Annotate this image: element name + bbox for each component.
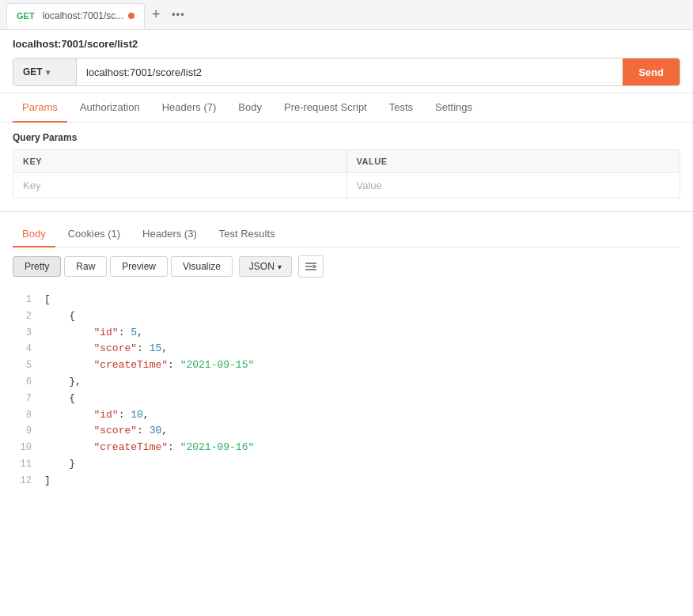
- code-line: 5 "createTime": "2021-09-15": [13, 357, 680, 374]
- line-content: "createTime": "2021-09-16": [44, 440, 680, 456]
- line-number: 12: [13, 474, 44, 489]
- line-number: 9: [13, 424, 44, 439]
- line-content: {: [44, 308, 680, 325]
- format-visualize-button[interactable]: Visualize: [171, 256, 233, 277]
- code-line: 2 {: [13, 308, 680, 325]
- resp-tab-test-results[interactable]: Test Results: [210, 221, 285, 248]
- tab-body[interactable]: Body: [229, 93, 271, 123]
- line-content: {: [44, 391, 680, 407]
- line-content: "score": 15,: [44, 341, 680, 357]
- line-number: 10: [13, 440, 44, 455]
- line-content: "id": 10,: [44, 407, 680, 424]
- format-pretty-button[interactable]: Pretty: [13, 256, 61, 277]
- format-type-label: JSON: [249, 261, 275, 272]
- tab-bar: GET localhost:7001/sc... + •••: [0, 0, 693, 30]
- code-line: 6 },: [13, 374, 680, 391]
- code-line: 11 }: [13, 456, 680, 473]
- table-row: Key Value: [13, 173, 680, 198]
- line-number: 4: [13, 342, 44, 357]
- more-tabs-button[interactable]: •••: [167, 4, 189, 26]
- page-title: localhost:7001/score/list2: [13, 38, 680, 50]
- section-divider: [0, 211, 693, 212]
- line-content: "id": 5,: [44, 325, 680, 342]
- key-cell[interactable]: Key: [13, 173, 347, 198]
- tab-settings[interactable]: Settings: [426, 93, 482, 123]
- resp-tab-headers[interactable]: Headers (3): [133, 221, 206, 248]
- col-key-header: KEY: [13, 150, 347, 172]
- request-tabs: Params Authorization Headers (7) Body Pr…: [0, 93, 693, 123]
- line-content: "createTime": "2021-09-15": [44, 357, 680, 374]
- format-type-select[interactable]: JSON ▾: [239, 256, 292, 277]
- tab-prerequest[interactable]: Pre-request Script: [275, 93, 377, 123]
- line-number: 7: [13, 391, 44, 406]
- line-content: [: [44, 292, 680, 308]
- value-cell[interactable]: Value: [347, 173, 680, 198]
- code-line: 3 "id": 5,: [13, 325, 680, 342]
- url-bar-section: localhost:7001/score/list2 GET ▾ Send: [0, 30, 693, 93]
- line-content: }: [44, 456, 680, 473]
- tab-authorization[interactable]: Authorization: [70, 93, 150, 123]
- line-number: 2: [13, 309, 44, 324]
- method-select[interactable]: GET ▾: [13, 59, 77, 85]
- chevron-down-icon: ▾: [278, 263, 282, 271]
- new-tab-button[interactable]: +: [145, 4, 167, 26]
- query-params-section: Query Params KEY VALUE Key Value: [0, 123, 693, 208]
- line-number: 8: [13, 408, 44, 423]
- tab-modified-dot: [128, 13, 134, 19]
- line-content: "score": 30,: [44, 423, 680, 440]
- chevron-down-icon: ▾: [46, 68, 50, 77]
- url-input[interactable]: [77, 66, 623, 78]
- code-line: 10 "createTime": "2021-09-16": [13, 440, 680, 456]
- wrap-button[interactable]: [298, 255, 324, 278]
- line-number: 5: [13, 358, 44, 373]
- resp-tab-body[interactable]: Body: [13, 221, 55, 248]
- query-params-label: Query Params: [13, 132, 680, 143]
- format-raw-button[interactable]: Raw: [64, 256, 107, 277]
- line-number: 11: [13, 457, 44, 472]
- tab-tests[interactable]: Tests: [380, 93, 422, 123]
- response-section: Body Cookies (1) Headers (3) Test Result…: [0, 215, 693, 496]
- line-content: ]: [44, 473, 680, 489]
- json-code-area: 1[2 {3 "id": 5,4 "score": 15,5 "createTi…: [13, 285, 680, 496]
- line-number: 3: [13, 326, 44, 341]
- code-line: 7 {: [13, 391, 680, 407]
- code-line: 4 "score": 15,: [13, 341, 680, 357]
- code-line: 9 "score": 30,: [13, 423, 680, 440]
- params-table: KEY VALUE Key Value: [13, 149, 680, 198]
- line-content: },: [44, 374, 680, 391]
- params-table-header: KEY VALUE: [13, 150, 680, 173]
- line-number: 1: [13, 293, 44, 308]
- url-row: GET ▾ Send: [13, 58, 680, 86]
- code-line: 1[: [13, 292, 680, 308]
- code-line: 12]: [13, 473, 680, 489]
- format-preview-button[interactable]: Preview: [110, 256, 168, 277]
- col-value-header: VALUE: [347, 150, 680, 172]
- response-tabs: Body Cookies (1) Headers (3) Test Result…: [13, 221, 680, 248]
- tab-params[interactable]: Params: [13, 93, 67, 123]
- send-button[interactable]: Send: [623, 59, 680, 85]
- format-bar: Pretty Raw Preview Visualize JSON ▾: [13, 255, 680, 278]
- wrap-lines-icon: [305, 261, 317, 272]
- tab-method-label: GET: [17, 11, 35, 21]
- tab-url-label: localhost:7001/sc...: [43, 10, 124, 21]
- code-line: 8 "id": 10,: [13, 407, 680, 424]
- tab-headers[interactable]: Headers (7): [153, 93, 226, 123]
- resp-tab-cookies[interactable]: Cookies (1): [59, 221, 130, 248]
- line-number: 6: [13, 375, 44, 390]
- method-label: GET: [23, 66, 43, 77]
- active-tab[interactable]: GET localhost:7001/sc...: [6, 3, 145, 28]
